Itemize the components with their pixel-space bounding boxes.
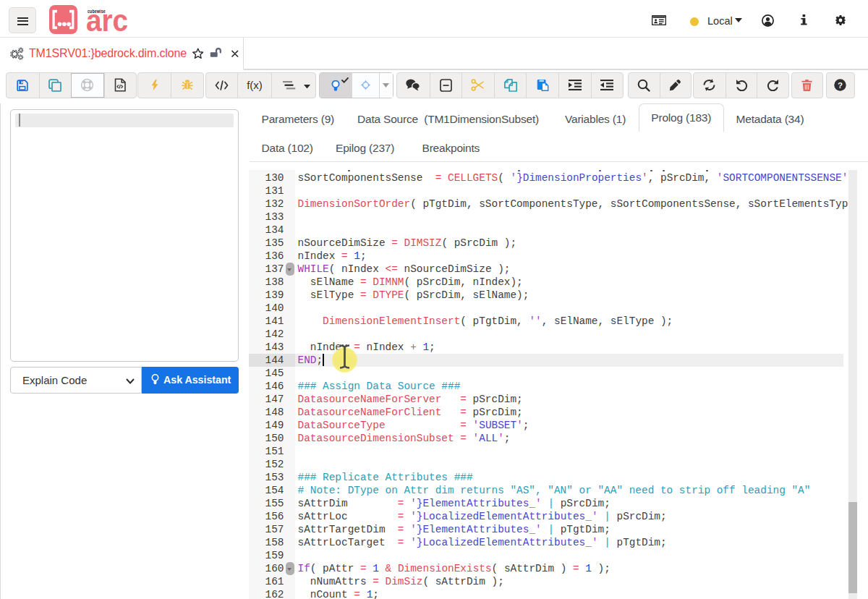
svg-text:?: ? xyxy=(838,81,843,90)
